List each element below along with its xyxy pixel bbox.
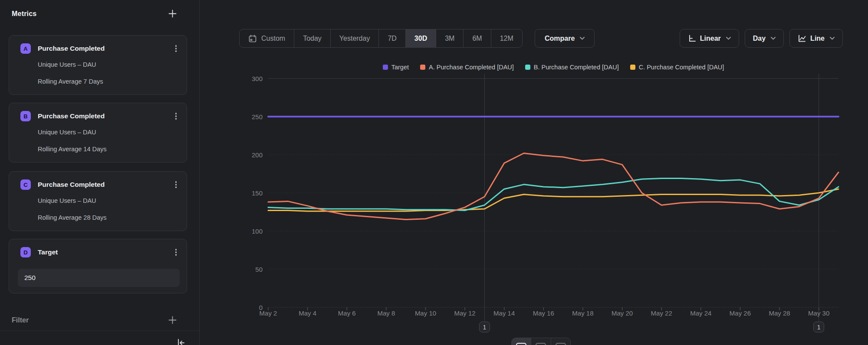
metric-title: Purchase Completed xyxy=(38,45,105,52)
metrics-sidebar: Metrics A Purchase Completed Unique User… xyxy=(0,0,200,345)
series-line-3[interactable] xyxy=(268,189,838,211)
x-axis-tick-label: May 30 xyxy=(808,309,829,317)
x-axis-tick-label: May 24 xyxy=(690,309,711,317)
target-value-input[interactable] xyxy=(18,269,180,287)
sidebar-title: Metrics xyxy=(12,10,36,18)
metric-title: Purchase Completed xyxy=(38,181,105,189)
target-title: Target xyxy=(38,248,58,256)
filter-label: Filter xyxy=(12,316,29,324)
x-axis-tick-label: May 2 xyxy=(260,309,277,317)
x-axis-tick-label: May 12 xyxy=(454,309,476,317)
add-filter-button[interactable] xyxy=(168,316,177,324)
table-view-icon xyxy=(536,343,546,345)
annotation-badge-1[interactable]: 1 xyxy=(479,322,490,332)
view-toggle-control xyxy=(511,338,571,345)
details-view-icon xyxy=(556,343,566,345)
metric-card-a-header: A Purchase Completed xyxy=(20,43,178,54)
y-axis-tick-label: 250 xyxy=(252,113,263,120)
view-toggle-details[interactable] xyxy=(551,338,570,345)
metric-title: Purchase Completed xyxy=(38,112,105,120)
target-card-d[interactable]: D Target xyxy=(9,239,187,293)
target-card-header: D Target xyxy=(20,247,178,257)
metric-rolling-average[interactable]: Rolling Average 7 Days xyxy=(38,78,178,85)
x-axis-tick-label: May 6 xyxy=(338,309,356,317)
chart-view-icon xyxy=(516,343,526,345)
x-axis-tick-label: May 10 xyxy=(415,309,436,317)
x-axis-tick-label: May 26 xyxy=(730,309,751,317)
metric-menu-button[interactable] xyxy=(174,179,178,190)
metric-badge-c: C xyxy=(20,179,31,190)
metric-card-a[interactable]: A Purchase Completed Unique Users – DAU … xyxy=(9,35,187,95)
x-axis-tick-label: May 14 xyxy=(493,309,515,317)
x-axis-tick-label: May 4 xyxy=(299,309,316,317)
metric-rolling-average[interactable]: Rolling Average 28 Days xyxy=(38,214,178,221)
plus-icon xyxy=(168,10,177,18)
sidebar-header: Metrics xyxy=(12,10,177,18)
metric-rolling-average[interactable]: Rolling Average 14 Days xyxy=(38,146,178,153)
collapse-left-icon xyxy=(175,338,186,345)
metric-menu-button[interactable] xyxy=(174,111,178,121)
view-toggle-table[interactable] xyxy=(531,338,551,345)
filter-section: Filter xyxy=(12,316,177,324)
series-line-2[interactable] xyxy=(268,179,838,211)
series-line-1[interactable] xyxy=(268,153,838,220)
metric-badge-d: D xyxy=(20,247,31,257)
x-axis-tick-label: May 8 xyxy=(377,309,395,317)
metric-badge-a: A xyxy=(20,43,31,54)
target-menu-button[interactable] xyxy=(174,247,178,257)
y-axis-tick-label: 150 xyxy=(252,189,263,197)
metric-badge-b: B xyxy=(20,111,31,121)
chart-panel: CustomTodayYesterday7D30D3M6M12M Compare… xyxy=(200,0,868,345)
metric-menu-button[interactable] xyxy=(174,43,178,54)
metric-measure[interactable]: Unique Users – DAU xyxy=(38,61,178,68)
x-axis-tick-label: May 16 xyxy=(533,309,554,317)
metric-card-c-header: C Purchase Completed xyxy=(20,179,178,190)
y-axis-tick-label: 50 xyxy=(255,266,263,273)
metric-card-c[interactable]: C Purchase Completed Unique Users – DAU … xyxy=(9,171,187,231)
collapse-sidebar-button[interactable] xyxy=(175,338,186,345)
metric-measure[interactable]: Unique Users – DAU xyxy=(38,197,178,204)
x-axis-tick-label: May 20 xyxy=(612,309,633,317)
plus-icon xyxy=(168,316,177,324)
annotation-badge-2[interactable]: 1 xyxy=(813,322,824,332)
metric-measure[interactable]: Unique Users – DAU xyxy=(38,129,178,136)
chart-canvas[interactable]: 050100150200250300May 2May 4May 6May 8Ma… xyxy=(200,0,868,345)
metric-card-b-header: B Purchase Completed xyxy=(20,111,178,121)
view-toggle-chart[interactable] xyxy=(512,338,531,345)
sidebar-divider xyxy=(0,331,199,331)
y-axis-tick-label: 300 xyxy=(252,75,263,82)
metric-card-b[interactable]: B Purchase Completed Unique Users – DAU … xyxy=(9,103,187,163)
y-axis-tick-label: 200 xyxy=(252,151,263,159)
add-metric-button[interactable] xyxy=(168,10,177,18)
x-axis-tick-label: May 28 xyxy=(769,309,790,317)
y-axis-tick-label: 100 xyxy=(252,228,263,235)
x-axis-tick-label: May 22 xyxy=(651,309,672,317)
x-axis-tick-label: May 18 xyxy=(572,309,593,317)
